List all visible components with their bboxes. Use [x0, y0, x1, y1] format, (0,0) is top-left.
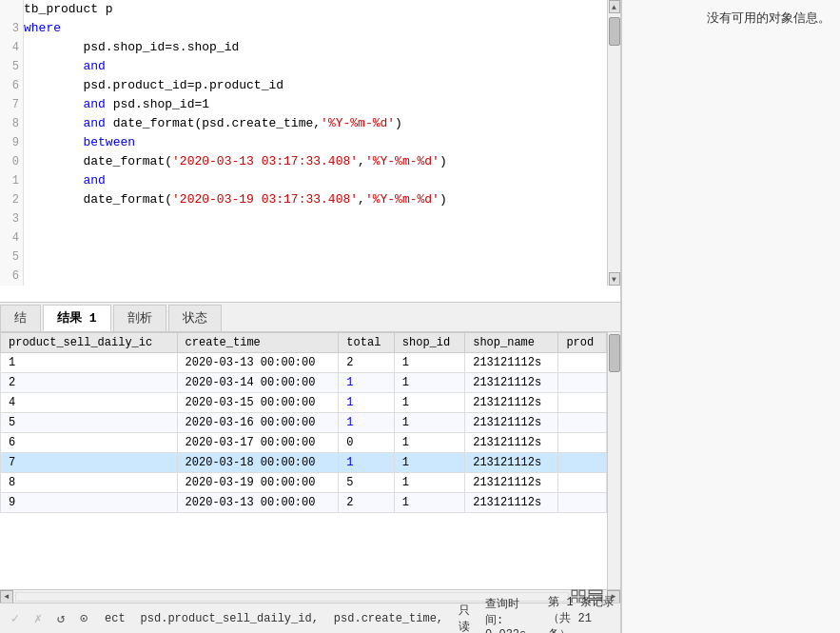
- table-main: product_sell_daily_iccreate_timetotalsho…: [0, 332, 607, 590]
- results-panel: product_sell_daily_iccreate_timetotalsho…: [0, 332, 620, 634]
- table-row[interactable]: 72020-03-18 00:00:0011213121112s: [1, 452, 607, 472]
- table-cell-3-5: [558, 412, 607, 432]
- scroll-up-arrow[interactable]: ▲: [609, 0, 620, 13]
- code-segment: and: [83, 95, 105, 114]
- table-row[interactable]: 22020-03-14 00:00:0011213121112s: [1, 372, 607, 392]
- table-cell-4-0: 6: [1, 432, 178, 452]
- table-cell-1-0: 2: [1, 372, 178, 392]
- code-line-10: date_format('2020-03-19 03:17:33.408','%…: [24, 190, 607, 209]
- editor-panel: 34567890123456 tb_product pwhere psd.sho…: [0, 0, 621, 633]
- line-number-14: 6: [0, 267, 23, 286]
- table-cell-2-4: 213121112s: [465, 392, 558, 412]
- vertical-scrollbar[interactable]: ▲ ▼: [607, 0, 620, 286]
- code-segment: tb_product p: [24, 0, 113, 19]
- info-panel-text: 没有可用的对象信息。: [707, 10, 830, 27]
- line-numbers: 34567890123456: [0, 0, 24, 286]
- table-row[interactable]: 62020-03-17 00:00:0001213121112s: [1, 432, 607, 452]
- table-cell-5-0: 7: [1, 452, 178, 472]
- status-text: ectpsd.product_sell_daily_id,psd.create_…: [97, 594, 615, 633]
- code-segment: psd.product_id=p.product_id: [24, 76, 283, 95]
- code-segment: date_format(psd.create_time,: [106, 114, 321, 133]
- code-col[interactable]: tb_product pwhere psd.shop_id=s.shop_id …: [24, 0, 607, 286]
- tab-2[interactable]: 状态: [168, 305, 222, 331]
- code-segment: date_format(: [24, 190, 172, 209]
- code-line-11: [24, 209, 607, 228]
- table-cell-4-3: 1: [394, 432, 464, 452]
- table-row[interactable]: 82020-03-19 00:00:0051213121112s: [1, 472, 607, 492]
- code-segment: '2020-03-13 03:17:33.408': [172, 152, 358, 171]
- code-line-3: and: [24, 57, 607, 76]
- table-row[interactable]: 42020-03-15 00:00:0011213121112s: [1, 392, 607, 412]
- tab-1[interactable]: 剖析: [113, 305, 166, 331]
- table-cell-6-1: 2020-03-19 00:00:00: [177, 472, 339, 492]
- check-icon: ✓: [6, 609, 25, 628]
- line-number-11: 3: [0, 209, 23, 228]
- table-row[interactable]: 12020-03-13 00:00:0021213121112s: [1, 352, 607, 372]
- scroll-down-arrow[interactable]: ▼: [609, 272, 620, 286]
- scroll-thumb[interactable]: [609, 17, 620, 46]
- table-row[interactable]: 92020-03-13 00:00:0021213121112s: [1, 492, 607, 512]
- code-segment: ): [440, 152, 447, 171]
- code-segment: date_format(: [24, 152, 172, 171]
- code-segment: [24, 114, 83, 133]
- code-segment: [24, 133, 83, 152]
- results-table: product_sell_daily_iccreate_timetotalsho…: [0, 332, 607, 513]
- table-cell-4-5: [558, 432, 607, 452]
- table-cell-1-4: 213121112s: [465, 372, 558, 392]
- table-cell-5-2: 1: [339, 452, 394, 472]
- table-cell-4-2: 0: [339, 432, 394, 452]
- code-segment: and: [83, 57, 105, 76]
- editor-row: 34567890123456 tb_product pwhere psd.sho…: [0, 0, 620, 286]
- table-cell-3-4: 213121112s: [465, 412, 558, 432]
- code-segment: and: [83, 171, 105, 190]
- table-cell-1-5: [558, 372, 607, 392]
- code-line-14: [24, 267, 607, 286]
- status-field-2: psd.create_time,: [334, 594, 443, 633]
- table-cell-5-1: 2020-03-18 00:00:00: [177, 452, 339, 472]
- code-segment: ,: [358, 152, 365, 171]
- table-cell-5-5: [558, 452, 607, 472]
- table-cell-3-0: 5: [1, 412, 178, 432]
- code-line-5: and psd.shop_id=1: [24, 95, 607, 114]
- table-cell-7-3: 1: [394, 492, 464, 512]
- code-line-2: psd.shop_id=s.shop_id: [24, 38, 607, 57]
- stop-icon[interactable]: ⊙: [74, 609, 93, 628]
- table-cell-5-3: 1: [394, 452, 464, 472]
- code-segment: psd.shop_id=1: [106, 95, 209, 114]
- status-field-5: 第 1 条记录（共 21 条）: [548, 594, 615, 633]
- scroll-left-arrow[interactable]: ◄: [0, 590, 13, 603]
- code-segment: ): [395, 114, 402, 133]
- line-number-4: 6: [0, 76, 23, 95]
- col-header-1: create_time: [177, 332, 339, 352]
- table-cell-0-3: 1: [394, 352, 464, 372]
- table-cell-1-2: 1: [339, 372, 394, 392]
- table-cell-2-3: 1: [394, 392, 464, 412]
- code-segment: psd.shop_id=s.shop_id: [24, 38, 239, 57]
- table-cell-0-4: 213121112s: [465, 352, 558, 372]
- info-panel: 没有可用的对象信息。: [621, 0, 840, 633]
- table-cell-7-5: [558, 492, 607, 512]
- status-field-3: 只读: [459, 594, 470, 633]
- code-line-7: between: [24, 133, 607, 152]
- table-cell-7-0: 9: [1, 492, 178, 512]
- col-header-0: product_sell_daily_ic: [1, 332, 178, 352]
- table-vscroll-thumb[interactable]: [609, 334, 620, 372]
- table-cell-5-4: 213121112s: [465, 452, 558, 472]
- code-segment: where: [24, 19, 61, 38]
- table-vscroll[interactable]: [607, 332, 620, 590]
- code-line-0: tb_product p: [24, 0, 607, 19]
- line-number-10: 2: [0, 190, 23, 209]
- tab-0[interactable]: 结果 1: [43, 305, 111, 331]
- table-row[interactable]: 52020-03-16 00:00:0011213121112s: [1, 412, 607, 432]
- table-cell-4-4: 213121112s: [465, 432, 558, 452]
- bottom-bar: ✓ ✗ ↺ ⊙ ectpsd.product_sell_daily_id,psd…: [0, 603, 620, 633]
- tab-results-prev[interactable]: 结: [0, 305, 41, 331]
- code-line-12: [24, 228, 607, 247]
- code-segment: '2020-03-19 03:17:33.408': [172, 190, 358, 209]
- refresh-icon[interactable]: ↺: [51, 609, 70, 628]
- tabs-bar: 结结果 1剖析状态: [0, 302, 620, 332]
- table-cell-2-5: [558, 392, 607, 412]
- table-cell-3-2: 1: [339, 412, 394, 432]
- table-cell-3-3: 1: [394, 412, 464, 432]
- col-header-4: shop_name: [465, 332, 558, 352]
